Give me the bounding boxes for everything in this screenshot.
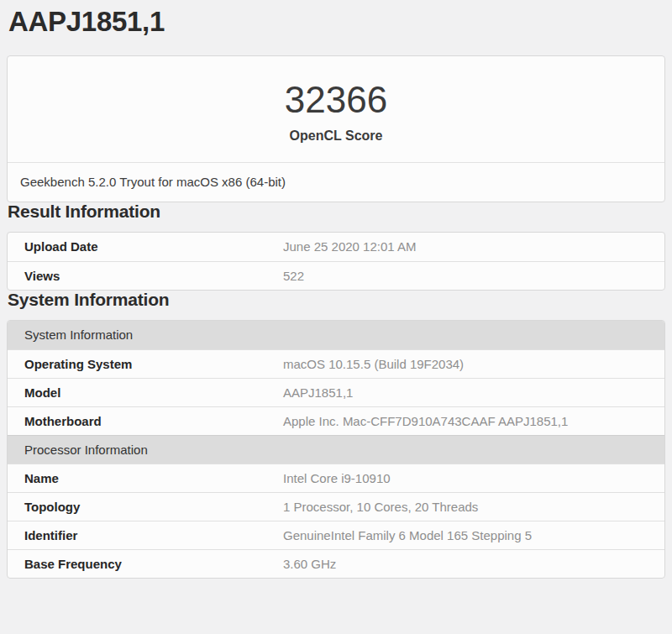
table-row: Views522 bbox=[8, 261, 664, 290]
table-row: Upload DateJune 25 2020 12:01 AM bbox=[8, 233, 664, 261]
row-value: June 25 2020 12:01 AM bbox=[283, 233, 664, 260]
row-value: AAPJ1851,1 bbox=[283, 380, 664, 406]
table-row: Topology1 Processor, 10 Cores, 20 Thread… bbox=[8, 492, 664, 521]
table-row: MotherboardApple Inc. Mac-CFF7D910A743CA… bbox=[8, 406, 664, 435]
row-value: 522 bbox=[283, 263, 664, 290]
row-label: Upload Date bbox=[8, 233, 283, 260]
table-row: ModelAAPJ1851,1 bbox=[8, 378, 664, 406]
table-section-header: Processor Information bbox=[8, 435, 664, 464]
score-section: 32366 OpenCL Score bbox=[8, 56, 664, 162]
row-value: Intel Core i9-10910 bbox=[283, 465, 664, 492]
row-label: Model bbox=[8, 380, 283, 406]
score-card: 32366 OpenCL Score Geekbench 5.2.0 Tryou… bbox=[7, 55, 665, 202]
table-row: Base Frequency3.60 GHz bbox=[8, 549, 664, 578]
opencl-score-value: 32366 bbox=[8, 80, 664, 120]
table-row: Operating SystemmacOS 10.15.5 (Build 19F… bbox=[8, 349, 664, 378]
row-label: Operating System bbox=[8, 351, 283, 378]
row-value: macOS 10.15.5 (Build 19F2034) bbox=[283, 351, 664, 378]
row-value: 1 Processor, 10 Cores, 20 Threads bbox=[283, 494, 664, 521]
opencl-score-label: OpenCL Score bbox=[8, 128, 664, 144]
result-information-table: Upload DateJune 25 2020 12:01 AMViews522 bbox=[7, 232, 665, 291]
row-value: Apple Inc. Mac-CFF7D910A743CAAF AAPJ1851… bbox=[283, 408, 664, 435]
row-label: Name bbox=[8, 465, 283, 492]
row-label: Identifier bbox=[8, 522, 283, 549]
system-information-heading: System Information bbox=[7, 291, 665, 309]
row-label: Topology bbox=[8, 494, 283, 521]
geekbench-result-page: AAPJ1851,1 32366 OpenCL Score Geekbench … bbox=[0, 6, 672, 579]
system-information-table: System InformationOperating SystemmacOS … bbox=[7, 320, 665, 579]
result-information-heading: Result Information bbox=[7, 202, 665, 221]
table-row: NameIntel Core i9-10910 bbox=[8, 464, 664, 492]
row-label: Motherboard bbox=[8, 408, 283, 435]
page-title: AAPJ1851,1 bbox=[7, 6, 665, 38]
benchmark-version-text: Geekbench 5.2.0 Tryout for macOS x86 (64… bbox=[8, 162, 664, 202]
row-label: Base Frequency bbox=[8, 551, 283, 578]
row-label: Views bbox=[8, 263, 283, 290]
table-row: IdentifierGenuineIntel Family 6 Model 16… bbox=[8, 521, 664, 549]
row-value: 3.60 GHz bbox=[283, 551, 664, 578]
row-value: GenuineIntel Family 6 Model 165 Stepping… bbox=[283, 522, 664, 549]
table-section-header: System Information bbox=[8, 321, 664, 349]
